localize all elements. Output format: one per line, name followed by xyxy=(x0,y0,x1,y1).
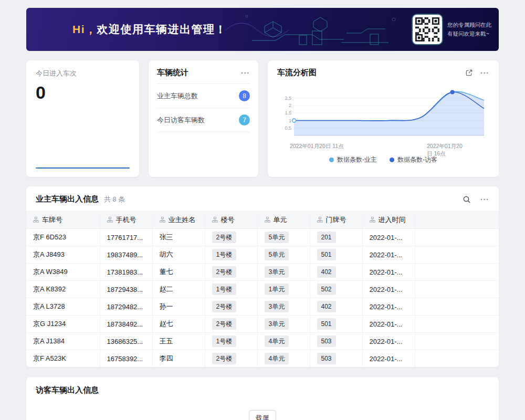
field-type-icon xyxy=(107,216,113,224)
table-cell: 16758392... xyxy=(100,350,152,368)
more-icon[interactable]: ··· xyxy=(480,69,489,77)
top-cards-row: 今日进入车次 0 车辆统计 ··· 业主车辆总数8今日访客车辆数7 车流分析图 xyxy=(26,60,499,177)
table-row[interactable]: 京F A523K16758392...李四2号楼4单元5032022-01-..… xyxy=(26,350,499,368)
table-cell: 1号楼 xyxy=(205,333,257,350)
table-cell: 1单元 xyxy=(257,281,310,298)
table-cell: 501 xyxy=(310,246,362,264)
column-header[interactable]: 门牌号 xyxy=(310,212,362,229)
partial-button[interactable]: 载屏 xyxy=(249,410,276,420)
table-cell: 502 xyxy=(310,281,362,298)
table-cell: 京A J8493 xyxy=(26,246,100,264)
card-accent-underline xyxy=(36,167,130,169)
traffic-chart-card: 车流分析图 ··· 0.511.522.5 2022年01月20日 11点 20… xyxy=(268,60,499,177)
table-cell: 京A L3728 xyxy=(26,298,100,316)
stat-badge: 8 xyxy=(239,90,250,101)
tag: 5单元 xyxy=(265,249,289,260)
column-header[interactable]: 楼号 xyxy=(205,212,257,229)
qr-caption: 您的专属顾问在此 有疑问欢迎来戳~ xyxy=(447,20,491,39)
table-cell: 501 xyxy=(310,316,362,333)
table-cell: 2号楼 xyxy=(205,350,257,368)
table-row[interactable]: 京A J849319837489...胡六1号楼5单元5012022-01-..… xyxy=(26,246,499,264)
table-cell: 京A W3849 xyxy=(26,264,100,281)
table-cell: 17381983... xyxy=(100,264,152,281)
table-cell: 13686325... xyxy=(100,333,152,350)
more-icon[interactable]: ··· xyxy=(480,196,489,203)
tag: 2号楼 xyxy=(212,318,237,330)
tag: 1单元 xyxy=(265,284,289,295)
today-entries-card: 今日进入车次 0 xyxy=(26,60,139,177)
legend-label: 数据条数-业主 xyxy=(337,155,377,164)
table-cell: 17761717... xyxy=(100,229,152,246)
table-row[interactable]: 京A W384917381983...董七2号楼3单元4022022-01-..… xyxy=(26,264,499,281)
stat-row: 业主车辆总数8 xyxy=(157,84,250,108)
table-row[interactable]: 京F 6D52317761717...张三2号楼5单元2012022-01-..… xyxy=(26,229,499,246)
column-header[interactable]: 业主姓名 xyxy=(152,212,205,229)
table-cell: 1号楼 xyxy=(205,281,257,298)
tag: 2号楼 xyxy=(212,266,237,278)
table-row[interactable]: 京A K839218729438...赵二1号楼1单元5022022-01-..… xyxy=(26,281,499,298)
table-cell: 2022-01-... xyxy=(362,316,415,333)
tag: 1号楼 xyxy=(212,284,237,295)
table-cell: 京A K8392 xyxy=(26,281,100,298)
legend-item[interactable]: 数据条数-业主 xyxy=(329,155,377,164)
stat-label: 业主车辆总数 xyxy=(157,91,198,101)
column-filler xyxy=(415,212,499,229)
export-icon[interactable] xyxy=(465,69,473,77)
table-cell: 402 xyxy=(310,264,362,281)
tag: 2号楼 xyxy=(212,301,237,312)
vehicle-stats-title: 车辆统计 xyxy=(157,68,188,78)
table-cell: 3单元 xyxy=(257,298,310,316)
table-cell: 4单元 xyxy=(257,350,310,368)
table-cell-filler xyxy=(415,281,499,298)
tag: 1号楼 xyxy=(212,249,237,260)
qr-caption-line2: 有疑问欢迎来戳~ xyxy=(447,29,491,38)
table-cell: 2号楼 xyxy=(205,298,257,316)
column-header[interactable]: 车牌号 xyxy=(26,212,100,229)
stat-label: 今日访客车辆数 xyxy=(157,116,205,125)
banner-title-main: 欢迎使用车辆进出管理！ xyxy=(97,23,227,35)
table-cell: 李四 xyxy=(152,350,205,368)
search-icon[interactable] xyxy=(463,195,471,204)
table-cell: 5单元 xyxy=(257,229,310,246)
owner-vehicles-card: 业主车辆出入信息 共 8 条 ··· 车牌号手机号业主姓名楼号单元门牌号进入时间… xyxy=(26,186,499,368)
tag: 503 xyxy=(317,353,336,364)
field-type-icon xyxy=(160,216,165,224)
field-type-icon xyxy=(265,216,270,224)
tag: 503 xyxy=(317,335,336,347)
flow-chart-svg: 0.511.522.5 xyxy=(277,81,489,143)
page: Hi，欢迎使用车辆进出管理！ 您的专属顾问在此 有疑问欢迎来戳~ 今日进入车次 … xyxy=(0,0,525,420)
table-cell: 2022-01-... xyxy=(362,281,415,298)
banner: Hi，欢迎使用车辆进出管理！ 您的专属顾问在此 有疑问欢迎来戳~ xyxy=(26,8,499,51)
tag: 1号楼 xyxy=(212,335,237,347)
tag: 3单元 xyxy=(265,301,289,312)
table-cell: 京F 6D523 xyxy=(26,229,100,246)
column-header[interactable]: 进入时间 xyxy=(362,212,415,229)
column-header[interactable]: 手机号 xyxy=(100,212,152,229)
table-cell-filler xyxy=(415,333,499,350)
stat-row: 今日访客车辆数7 xyxy=(157,108,250,132)
table-row[interactable]: 京A L372818729482...孙一2号楼3单元4022022-01-..… xyxy=(26,298,499,316)
table-cell: 京A J1384 xyxy=(26,333,100,350)
column-header[interactable]: 单元 xyxy=(257,212,310,229)
table-row[interactable]: 京G J123418738492...赵七2号楼3单元5012022-01-..… xyxy=(26,316,499,333)
tag: 502 xyxy=(317,284,336,295)
table-cell-filler xyxy=(415,298,499,316)
table-cell: 201 xyxy=(310,229,362,246)
field-type-icon xyxy=(33,216,39,224)
table-cell: 2022-01-... xyxy=(362,333,415,350)
table-cell: 2022-01-... xyxy=(362,264,415,281)
owner-table-count: 共 8 条 xyxy=(104,195,125,204)
owner-table-head-row: 车牌号手机号业主姓名楼号单元门牌号进入时间 xyxy=(26,212,499,229)
table-cell: 京F A523K xyxy=(26,350,100,368)
chart-x-axis: 2022年01月20日 11点 2022年01月20日 16点 xyxy=(277,143,489,151)
legend-dot-icon xyxy=(329,158,334,162)
banner-title-prefix: Hi， xyxy=(72,23,97,35)
more-icon[interactable]: ··· xyxy=(241,69,250,77)
tag: 5单元 xyxy=(265,232,289,243)
field-type-icon xyxy=(212,216,218,224)
field-type-icon xyxy=(317,216,323,224)
tag: 3单元 xyxy=(265,318,289,330)
table-cell-filler xyxy=(415,316,499,333)
banner-title: Hi，欢迎使用车辆进出管理！ xyxy=(72,22,227,37)
table-row[interactable]: 京A J138413686325...王五1号楼4单元5032022-01-..… xyxy=(26,333,499,350)
